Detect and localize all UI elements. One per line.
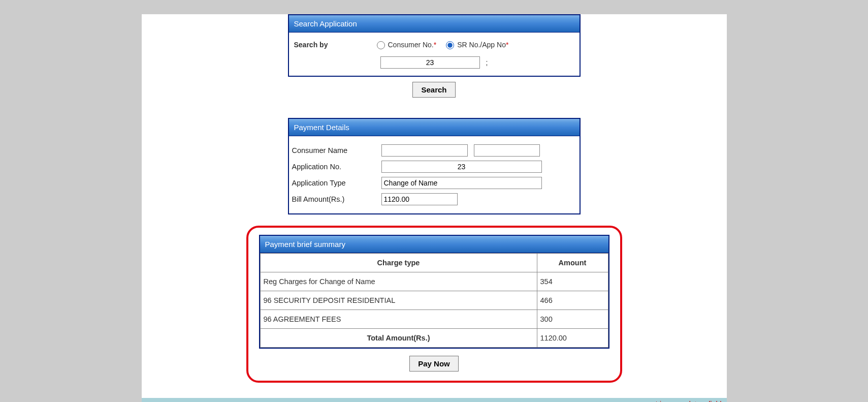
application-type-label: Application Type xyxy=(292,179,381,187)
radio-consumer-no-label: Consumer No. xyxy=(388,41,434,49)
application-no-label: Application No. xyxy=(292,163,381,171)
consumer-name-field-2[interactable] xyxy=(474,144,540,157)
pay-now-row: Pay Now xyxy=(255,356,613,372)
table-row: 96 AGREEMENT FEES 300 xyxy=(260,310,608,329)
bill-amount-label: Bill Amount(Rs.) xyxy=(292,195,381,203)
search-panel-title: Search Application xyxy=(289,15,580,33)
application-type-row: Application Type xyxy=(292,177,576,189)
search-button-row: Search xyxy=(142,82,727,98)
amount-cell: 300 xyxy=(537,310,608,329)
radio-sr-app-no-label: SR No./App No xyxy=(457,41,506,49)
search-button[interactable]: Search xyxy=(412,82,455,98)
footer-bar: * is a mandatory field xyxy=(142,398,727,402)
page-content: Search Application Search by Consumer No… xyxy=(142,14,727,398)
table-row: Reg Charges for Change of Name 354 xyxy=(260,272,608,291)
highlight-annotation: Payment brief summary Charge type Amount… xyxy=(246,226,622,383)
amount-cell: 466 xyxy=(537,291,608,310)
consumer-name-label: Consumer Name xyxy=(292,146,381,154)
col-amount: Amount xyxy=(537,254,608,272)
search-by-row: Search by Consumer No.* SR No./App No* xyxy=(294,40,574,49)
search-input-row: ; xyxy=(294,56,574,69)
radio-sr-app-no-input[interactable] xyxy=(446,41,454,49)
bill-amount-row: Bill Amount(Rs.) xyxy=(292,193,576,205)
charge-type-cell: 96 AGREEMENT FEES xyxy=(260,310,537,329)
search-by-label: Search by xyxy=(294,41,374,49)
application-no-field[interactable] xyxy=(381,161,542,173)
charge-type-cell: Reg Charges for Change of Name xyxy=(260,272,537,291)
bill-amount-field[interactable] xyxy=(381,193,458,205)
consumer-name-field-1[interactable] xyxy=(381,144,468,157)
charge-type-cell: 96 SECURITY DEPOSIT RESIDENTIAL xyxy=(260,291,537,310)
asterisk-icon: * xyxy=(434,41,436,49)
consumer-name-row: Consumer Name xyxy=(292,144,576,157)
total-row: Total Amount(Rs.) 1120.00 xyxy=(260,329,608,348)
total-amount: 1120.00 xyxy=(537,329,608,348)
col-charge-type: Charge type xyxy=(260,254,537,272)
application-type-field[interactable] xyxy=(381,177,542,189)
application-no-row: Application No. xyxy=(292,161,576,173)
radio-consumer-no[interactable]: Consumer No.* xyxy=(374,40,437,49)
table-header-row: Charge type Amount xyxy=(260,254,608,272)
radio-consumer-no-input[interactable] xyxy=(377,41,385,49)
search-application-panel: Search Application Search by Consumer No… xyxy=(288,14,581,77)
search-input[interactable] xyxy=(380,56,480,69)
radio-sr-app-no[interactable]: SR No./App No* xyxy=(443,40,508,49)
search-panel-body: Search by Consumer No.* SR No./App No* ; xyxy=(289,33,580,76)
semicolon: ; xyxy=(486,58,488,67)
payment-details-panel: Payment Details Consumer Name Applicatio… xyxy=(288,118,581,214)
payment-summary-title: Payment brief summary xyxy=(260,236,608,253)
payment-summary-panel: Payment brief summary Charge type Amount… xyxy=(259,235,609,349)
asterisk-icon: * xyxy=(506,41,508,49)
payment-summary-table: Charge type Amount Reg Charges for Chang… xyxy=(260,253,608,348)
amount-cell: 354 xyxy=(537,272,608,291)
table-row: 96 SECURITY DEPOSIT RESIDENTIAL 466 xyxy=(260,291,608,310)
payment-details-title: Payment Details xyxy=(289,119,580,136)
pay-now-button[interactable]: Pay Now xyxy=(409,356,459,372)
total-label: Total Amount(Rs.) xyxy=(260,329,537,348)
mandatory-field-note: * is a mandatory field xyxy=(655,400,722,402)
payment-details-body: Consumer Name Application No. Applicatio… xyxy=(289,136,580,213)
